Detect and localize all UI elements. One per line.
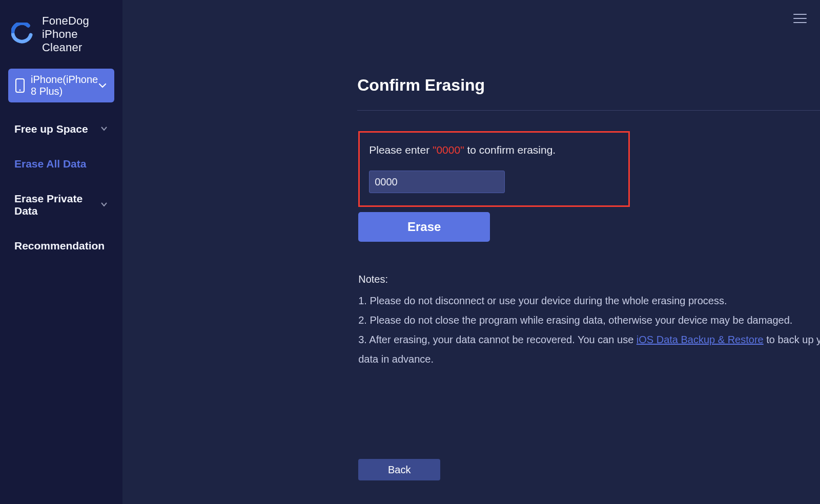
main-panel: Confirm Erasing Please enter "0000" to c… — [122, 0, 820, 504]
sidebar-item-free-up-space[interactable]: Free up Space — [8, 112, 114, 146]
note-1: 1. Please do not disconnect or use your … — [358, 291, 820, 310]
note-3-before: 3. After erasing, your data cannot be re… — [358, 334, 637, 345]
phone-icon — [15, 78, 25, 93]
notes-section: Notes: 1. Please do not disconnect or us… — [358, 269, 820, 369]
chevron-down-icon — [98, 81, 107, 90]
back-button[interactable]: Back — [358, 459, 440, 480]
device-selector[interactable]: iPhone(iPhone 8 Plus) — [8, 69, 114, 102]
note-3: 3. After erasing, your data cannot be re… — [358, 330, 820, 369]
divider — [357, 110, 820, 111]
sidebar-item-erase-private-data[interactable]: Erase Private Data — [8, 181, 114, 228]
page-title: Confirm Erasing — [357, 76, 820, 95]
erase-button[interactable]: Erase — [358, 212, 490, 242]
app-header: FoneDog iPhone Cleaner — [8, 9, 114, 69]
prompt-code: "0000" — [433, 144, 464, 156]
menu-icon[interactable] — [793, 11, 807, 26]
svg-point-1 — [19, 90, 21, 91]
chevron-down-icon — [100, 199, 108, 211]
prompt-text-before: Please enter — [369, 144, 433, 156]
sidebar-item-label: Erase Private Data — [14, 193, 100, 217]
confirm-prompt: Please enter "0000" to confirm erasing. — [369, 144, 619, 156]
prompt-text-after: to confirm erasing. — [464, 144, 556, 156]
ios-backup-link[interactable]: iOS Data Backup & Restore — [637, 334, 764, 345]
notes-header: Notes: — [358, 269, 820, 289]
sidebar-item-recommendation[interactable]: Recommendation — [8, 228, 114, 263]
sidebar-item-label: Free up Space — [14, 123, 88, 135]
confirm-highlight-box: Please enter "0000" to confirm erasing. — [358, 131, 630, 207]
window-controls — [777, 0, 820, 37]
sidebar-item-erase-all-data[interactable]: Erase All Data — [8, 146, 114, 181]
app-title: FoneDog iPhone Cleaner — [42, 14, 110, 54]
sidebar-item-label: Erase All Data — [14, 158, 86, 170]
content: Confirm Erasing Please enter "0000" to c… — [122, 0, 820, 369]
note-2: 2. Please do not close the program while… — [358, 310, 820, 330]
app-logo-icon — [11, 23, 33, 46]
sidebar: FoneDog iPhone Cleaner iPhone(iPhone 8 P… — [0, 0, 122, 504]
chevron-down-icon — [100, 123, 108, 135]
confirm-code-input[interactable] — [369, 171, 505, 193]
device-label: iPhone(iPhone 8 Plus) — [31, 74, 98, 97]
sidebar-item-label: Recommendation — [14, 240, 105, 252]
